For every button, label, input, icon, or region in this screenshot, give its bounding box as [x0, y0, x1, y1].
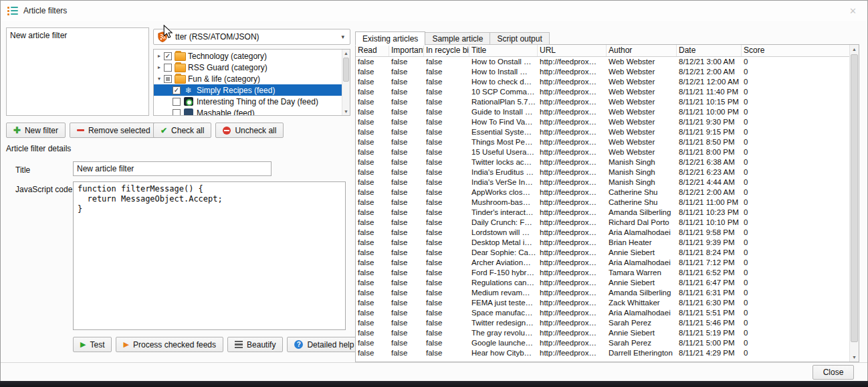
column-header-read[interactable]: Read	[356, 45, 389, 56]
cell-title: Space manufac…	[469, 308, 538, 318]
article-row[interactable]: falsefalsefalseTwitter redesign…http://f…	[356, 318, 849, 328]
tree-item[interactable]: ▸✓Technology (category)	[154, 50, 342, 62]
checkbox[interactable]	[164, 64, 172, 72]
detailed-help-button[interactable]: ? Detailed help	[287, 337, 361, 352]
article-row[interactable]: falsefalsefalseTwitter locks ac…http://f…	[356, 157, 849, 167]
expand-arrow-icon[interactable]: ▸	[155, 64, 163, 70]
title-input[interactable]	[73, 161, 272, 176]
cell-author: Manish Singh	[607, 157, 677, 167]
account-dropdown[interactable]: tter (RSS/ATOM/JSON) ▾	[153, 29, 350, 45]
article-row[interactable]: falsefalsefalseThings Most Pe…http://fee…	[356, 137, 849, 147]
cell-in-recycle-bin: false	[424, 328, 469, 338]
filter-list-item[interactable]: New article filter	[7, 29, 148, 42]
close-button[interactable]: Close	[812, 365, 854, 380]
uncheck-all-button[interactable]: Uncheck all	[215, 123, 284, 138]
article-row[interactable]: falsefalsefalseIndia's Eruditus …http://…	[356, 167, 849, 177]
tab-script-output[interactable]: Script output	[490, 32, 549, 45]
tree-item[interactable]: ▸RSS Guard (category)	[154, 62, 342, 73]
article-row[interactable]: falsefalsefalseGuide to Install …http://…	[356, 107, 849, 117]
tree-item[interactable]: ✓❄Simply Recipes (feed)	[154, 84, 342, 96]
article-row[interactable]: falsefalsefalseArcher Aviation…http://fe…	[356, 258, 849, 268]
scroll-down-icon[interactable]: ▼	[850, 353, 859, 362]
article-row[interactable]: falsefalsefalseEssential Syste…http://fe…	[356, 127, 849, 137]
cell-title: 15 Useful Usera…	[469, 147, 538, 157]
checkbox[interactable]	[173, 98, 181, 106]
cell-important: false	[389, 238, 424, 248]
cell-url: http://feedprox…	[538, 298, 607, 308]
javascript-code-editor[interactable]: function filterMessage() { return Messag…	[73, 181, 346, 330]
tab-sample-article[interactable]: Sample article	[425, 32, 490, 45]
expand-arrow-icon[interactable]: ▾	[155, 76, 163, 82]
feeds-tree[interactable]: ▲ ▼ ▸✓Technology (category)▸RSS Guard (c…	[153, 49, 350, 116]
article-row[interactable]: falsefalsefalseSpace manufac…http://feed…	[356, 308, 849, 318]
check-all-button[interactable]: ✔ Check all	[153, 123, 211, 138]
tab-existing-articles[interactable]: Existing articles	[355, 31, 425, 46]
article-row[interactable]: falsefalsefalseMedium revam…http://feedp…	[356, 288, 849, 298]
cell-author: Annie Siebert	[607, 278, 677, 288]
articles-vertical-scrollbar[interactable]: ▲ ▼	[849, 45, 859, 362]
tree-scrollbar[interactable]: ▲ ▼	[342, 50, 350, 115]
remove-selected-button[interactable]: Remove selected	[70, 123, 158, 138]
article-row[interactable]: falsefalsefalseHow to check d…http://fee…	[356, 77, 849, 87]
article-row[interactable]: falsefalsefalseRegulations can…http://fe…	[356, 278, 849, 288]
article-row[interactable]: falsefalsefalseHow to Install …http://fe…	[356, 67, 849, 77]
tree-item[interactable]: Interesting Thing of the Day (feed)	[154, 96, 342, 107]
cell-score: 0	[742, 137, 849, 147]
checkbox[interactable]	[173, 109, 181, 117]
article-row[interactable]: falsefalsefalseFEMA just teste…http://fe…	[356, 298, 849, 308]
filter-list[interactable]: New article filter	[6, 27, 149, 116]
scroll-up-icon[interactable]: ▲	[850, 45, 859, 54]
tree-item[interactable]: ▾Fun & life (category)	[154, 73, 342, 84]
column-header-important[interactable]: Important	[389, 45, 424, 56]
column-header-in-recycle-bin[interactable]: In recycle bin	[424, 45, 469, 56]
article-row[interactable]: falsefalsefalseHow To Find Va…http://fee…	[356, 117, 849, 127]
expand-arrow-icon[interactable]: ▸	[155, 53, 163, 59]
scroll-up-icon[interactable]: ▲	[342, 50, 350, 57]
checkbox[interactable]	[164, 75, 172, 83]
article-row[interactable]: falsefalsefalseThe gray revolu…http://fe…	[356, 328, 849, 338]
article-row[interactable]: falsefalsefalse10 SCP Comma…http://feedp…	[356, 87, 849, 97]
article-row[interactable]: falsefalsefalseMushroom-bas…http://feedp…	[356, 198, 849, 208]
article-row[interactable]: falsefalsefalseTinder's interact…http://…	[356, 208, 849, 218]
checkbox[interactable]: ✓	[164, 52, 172, 60]
folder-icon	[175, 51, 185, 61]
column-header-author[interactable]: Author	[607, 45, 677, 56]
itd-icon	[183, 96, 194, 106]
column-header-url[interactable]: URL	[538, 45, 607, 56]
tree-scrollbar-thumb[interactable]	[343, 58, 349, 82]
cell-important: false	[389, 87, 424, 97]
scroll-down-icon[interactable]: ▼	[342, 108, 350, 115]
article-row[interactable]: falsefalsefalseAppWorks clos…http://feed…	[356, 187, 849, 198]
cell-date: 8/11/21 7:12 PM	[677, 258, 742, 268]
article-row[interactable]: falsefalsefalseDaily Crunch: F…http://fe…	[356, 218, 849, 228]
article-row[interactable]: falsefalsefalseFord F-150 hybr…http://fe…	[356, 268, 849, 278]
scrollbar-thumb[interactable]	[851, 54, 858, 342]
beautify-button[interactable]: Beautify	[227, 337, 283, 352]
article-row[interactable]: falsefalsefalseHow to Onstall …http://fe…	[356, 57, 849, 67]
article-row[interactable]: falsefalsefalseDear Sophie: Ca…http://fe…	[356, 248, 849, 258]
cell-in-recycle-bin: false	[424, 198, 469, 208]
article-row[interactable]: falsefalsefalse15 Useful Usera…http://fe…	[356, 147, 849, 157]
article-row[interactable]: falsefalsefalseRationalPlan 5.7…http://f…	[356, 97, 849, 107]
article-row[interactable]: falsefalsefalseIndia's VerSe In…http://f…	[356, 177, 849, 187]
article-row[interactable]: falsefalsefalseGoogle launche…http://fee…	[356, 338, 849, 348]
column-header-score[interactable]: Score	[742, 45, 849, 56]
cell-author: Web Webster	[607, 147, 677, 157]
tree-item[interactable]: Mashable (feed)	[154, 107, 342, 116]
article-row[interactable]: falsefalsefalseDesktop Metal i…http://fe…	[356, 238, 849, 248]
checkbox[interactable]: ✓	[173, 86, 181, 94]
close-icon[interactable]: ✕	[849, 6, 857, 16]
column-header-date[interactable]: Date	[677, 45, 742, 56]
column-header-title[interactable]: Title	[469, 45, 538, 56]
titlebar[interactable]: Article filters ✕	[1, 1, 867, 21]
taskbar[interactable]	[0, 381, 868, 387]
cell-important: false	[389, 258, 424, 268]
cell-in-recycle-bin: false	[424, 268, 469, 278]
process-checked-feeds-button[interactable]: ▶ Process checked feeds	[116, 337, 223, 352]
test-button[interactable]: ▶ Test	[73, 337, 112, 352]
article-row[interactable]: falsefalsefalseHear how Cityb…http://fee…	[356, 348, 849, 358]
cell-url: http://feedprox…	[538, 57, 607, 67]
cell-read: false	[356, 87, 389, 97]
new-filter-button[interactable]: ✚ New filter	[6, 123, 66, 138]
article-row[interactable]: falsefalsefalseLordstown will …http://fe…	[356, 228, 849, 238]
